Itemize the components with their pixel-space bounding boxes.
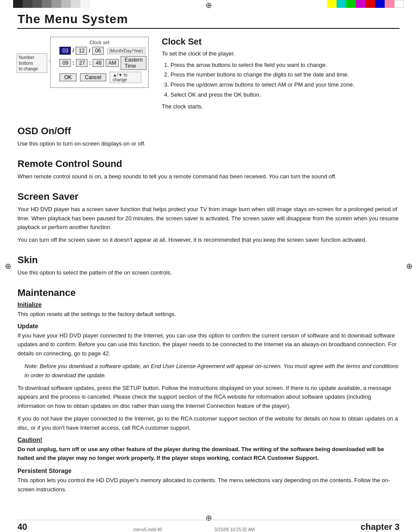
maintenance-section: Maintenance Initialize This option reset… — [17, 287, 400, 494]
screen-saver-para1: Your HD DVD player has a screen saver fu… — [17, 205, 400, 232]
clock-step-3: Press the up/down arrow buttons to selec… — [170, 80, 400, 90]
footer-file-info: menu5.indd 40 3/15/06 10:25:32 AM — [133, 527, 255, 532]
clock-title-bar: Clock set — [55, 40, 144, 45]
update-para3: If you do not have the player connected … — [17, 414, 400, 433]
update-heading: Update — [17, 323, 400, 330]
clock-ok-button[interactable]: OK — [59, 73, 76, 81]
page-title: The Menu System — [17, 12, 400, 29]
clock-desc: Clock Set To set the clock of the player… — [162, 37, 400, 113]
clock-hour-field[interactable]: 09 — [59, 59, 71, 67]
remote-heading: Remote Control Sound — [17, 158, 400, 170]
clock-day-field[interactable]: 12 — [76, 47, 87, 55]
initialize-heading: Initialize — [17, 301, 400, 308]
clock-box: Clock set 03 / 12 / 06 (Month/Day/Year) … — [50, 37, 149, 88]
skin-heading: Skin — [17, 254, 400, 266]
footer-date: 3/15/06 10:25:32 AM — [214, 527, 254, 532]
page-content: The Menu System Number buttonsto change … — [17, 12, 400, 515]
cb-b — [375, 0, 385, 8]
clock-step-2: Press the number buttons to change the d… — [170, 70, 400, 80]
cb-r — [365, 0, 375, 8]
screen-saver-para2: You can turn off the screen saver so it … — [17, 236, 400, 245]
screen-saver-section: Screen Saver Your HD DVD player has a sc… — [17, 191, 400, 245]
month-day-year-label: (Month/Day/Year) — [107, 48, 146, 54]
clock-cancel-button[interactable]: Cancel — [80, 73, 106, 81]
footer-chapter: chapter 3 — [361, 522, 400, 532]
clock-sec-field[interactable]: 48 — [93, 59, 104, 67]
caution-heading: Caution! — [17, 436, 400, 443]
cb-7 — [71, 0, 80, 8]
sep-2: / — [89, 48, 90, 54]
cb-y — [327, 0, 337, 8]
maintenance-heading: Maintenance — [17, 287, 400, 299]
initialize-text: This option resets all the settings to t… — [17, 310, 400, 319]
screen-saver-heading: Screen Saver — [17, 191, 400, 202]
clock-buttons-row: OK Cancel ▲/▼ to change — [55, 72, 144, 83]
clock-time-row: 09 : 27 : 48 AM Eastern Time — [55, 56, 144, 70]
clock-set-heading: Clock Set — [162, 37, 400, 47]
color-bar-left — [13, 0, 90, 8]
caution-text: Do not unplug, turn off or use any other… — [17, 445, 400, 463]
number-buttons-label: Number buttonsto change — [17, 53, 47, 73]
clock-step-4: Select OK and press the OK button. — [170, 90, 400, 100]
remote-text: When remote control sound is on, a beep … — [17, 172, 400, 181]
persistent-text: This option lets you control the HD DVD … — [17, 476, 400, 494]
clock-ampm-field[interactable]: AM — [106, 59, 119, 67]
sep-1: / — [73, 48, 74, 54]
sep-4: : — [89, 60, 91, 66]
cb-2 — [23, 0, 32, 8]
cb-w — [394, 0, 404, 8]
reg-mark-left — [3, 262, 12, 271]
osd-section: OSD On/Off Use this option to turn on-sc… — [17, 125, 400, 149]
reg-mark-right — [405, 262, 414, 271]
update-para2: To download software updates, press the … — [17, 384, 400, 411]
cb-1 — [13, 0, 23, 8]
clock-timezone-field[interactable]: Eastern Time — [121, 56, 146, 70]
clock-step-1: Press the arrow buttons to select the fi… — [170, 61, 400, 70]
update-note: Note: Before you download a software upd… — [24, 362, 400, 380]
footer-page-number: 40 — [17, 522, 27, 532]
color-bar-right — [327, 0, 404, 8]
clock-intro: To set the clock of the player. — [162, 49, 400, 58]
clock-set-section: Number buttonsto change → Clock set 03 /… — [17, 37, 400, 113]
clock-arrow-label: ▲/▼ to change — [110, 72, 141, 83]
remote-section: Remote Control Sound When remote control… — [17, 158, 400, 181]
cb-p — [385, 0, 394, 8]
cb-g — [346, 0, 356, 8]
osd-heading: OSD On/Off — [17, 125, 400, 137]
persistent-heading: Persistent Storage — [17, 467, 400, 474]
update-para1: If you have your HD DVD player connected… — [17, 331, 400, 358]
cb-c — [337, 0, 346, 8]
osd-text: Use this option to turn on-screen displa… — [17, 139, 400, 149]
cb-5 — [52, 0, 61, 8]
clock-min-field[interactable]: 27 — [76, 59, 87, 67]
clock-outro: The clock starts. — [162, 102, 400, 111]
cb-8 — [80, 0, 90, 8]
cb-4 — [42, 0, 52, 8]
clock-steps-list: Press the arrow buttons to select the fi… — [170, 61, 400, 100]
page-footer: 40 menu5.indd 40 3/15/06 10:25:32 AM cha… — [17, 520, 400, 532]
clock-month-field[interactable]: 03 — [59, 47, 71, 55]
reg-mark-top — [204, 1, 213, 10]
clock-date-row: 03 / 12 / 06 (Month/Day/Year) — [55, 47, 144, 55]
clock-year-field[interactable]: 06 — [92, 47, 104, 55]
skin-section: Skin Use this option to select the patte… — [17, 254, 400, 278]
cb-6 — [61, 0, 71, 8]
cb-m — [356, 0, 365, 8]
clock-diagram: Number buttonsto change → Clock set 03 /… — [17, 37, 149, 113]
sep-3: : — [73, 60, 74, 66]
footer-file: menu5.indd 40 — [133, 527, 162, 532]
cb-3 — [32, 0, 42, 8]
skin-text: Use this option to select the pattern of… — [17, 268, 400, 278]
